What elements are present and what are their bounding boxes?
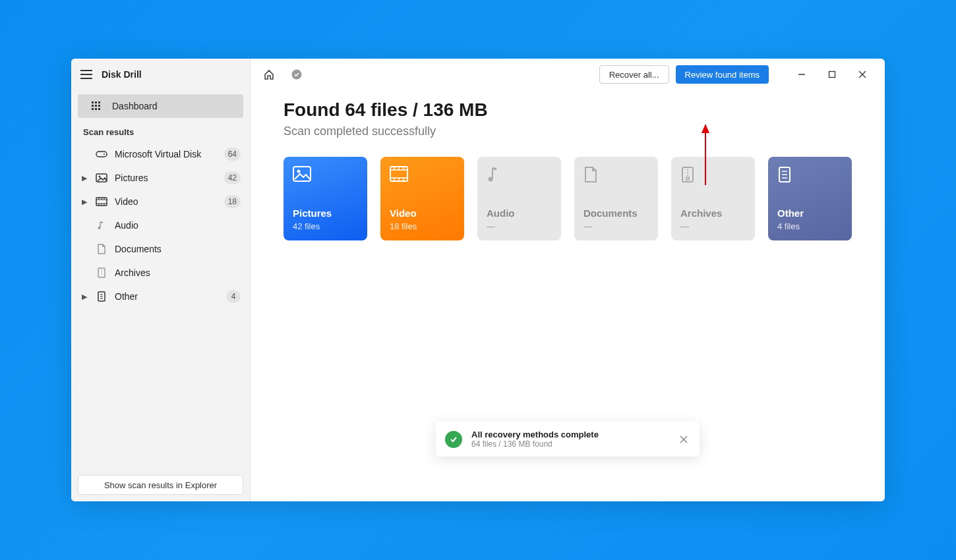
svg-rect-1 (95, 101, 97, 103)
video-icon (390, 166, 408, 182)
tree-label: Video (115, 196, 218, 207)
status-indicator[interactable] (286, 64, 307, 85)
video-icon (95, 197, 108, 206)
svg-marker-54 (702, 124, 709, 133)
sidebar-footer: Show scan results in Explorer (71, 468, 250, 501)
svg-rect-9 (96, 152, 107, 157)
file-icon (777, 166, 796, 182)
annotation-arrow (699, 123, 712, 188)
card-title: Documents (583, 208, 649, 219)
chevron-right-icon: ▶ (80, 198, 88, 206)
tree-label: Archives (115, 267, 241, 278)
svg-rect-7 (95, 108, 97, 110)
svg-point-10 (104, 154, 105, 155)
maximize-button[interactable] (818, 64, 847, 85)
tree-item-pictures[interactable]: ▶ Pictures 42 (71, 166, 250, 190)
tree-item-archives[interactable]: Archives (71, 261, 250, 285)
tree-item-documents[interactable]: Documents (71, 237, 250, 261)
tree-label: Audio (115, 220, 241, 231)
card-title: Audio (487, 208, 552, 219)
card-title: Other (777, 208, 843, 219)
chevron-right-icon: ▶ (80, 293, 88, 301)
hamburger-icon[interactable] (80, 70, 92, 79)
image-icon (293, 166, 311, 182)
tree-item-audio[interactable]: Audio (71, 213, 250, 237)
scan-results-label: Scan results (71, 125, 250, 142)
sidebar: Disk Drill Dashboard Scan results Micros… (71, 59, 251, 501)
home-icon (263, 69, 275, 80)
tree-label: Microsoft Virtual Disk (115, 149, 218, 159)
svg-point-22 (98, 227, 101, 229)
tree-item-disk[interactable]: Microsoft Virtual Disk 64 (71, 142, 250, 166)
card-archives[interactable]: Archives — (671, 157, 755, 240)
category-cards: Pictures 42 files Video 18 files Audio — (284, 157, 852, 240)
svg-rect-0 (92, 101, 94, 103)
sidebar-header: Disk Drill (71, 59, 250, 90)
maximize-icon (828, 70, 836, 78)
recover-all-button[interactable]: Recover all... (599, 65, 669, 84)
card-title: Pictures (293, 208, 358, 219)
card-video[interactable]: Video 18 files (380, 157, 464, 240)
home-button[interactable] (258, 64, 280, 85)
svg-rect-48 (686, 177, 689, 180)
sidebar-item-label: Dashboard (112, 101, 158, 111)
image-icon (95, 173, 108, 182)
music-icon (95, 220, 108, 231)
tree-label: Pictures (115, 173, 218, 183)
card-pictures[interactable]: Pictures 42 files (284, 157, 367, 240)
card-title: Archives (680, 208, 746, 219)
main: Recover all... Review found items Found … (251, 59, 885, 501)
minimize-button[interactable] (787, 64, 816, 85)
close-icon (680, 435, 688, 443)
app-window: Disk Drill Dashboard Scan results Micros… (71, 59, 885, 501)
card-sub: 18 files (390, 221, 455, 231)
sidebar-item-dashboard[interactable]: Dashboard (78, 94, 243, 118)
svg-point-45 (489, 177, 493, 182)
tree-label: Other (115, 291, 220, 302)
svg-rect-5 (98, 105, 100, 107)
card-other[interactable]: Other 4 files (768, 157, 852, 240)
tree-label: Documents (115, 244, 241, 254)
close-icon (858, 70, 866, 78)
chevron-right-icon: ▶ (80, 174, 88, 182)
check-circle-icon (291, 69, 302, 80)
review-found-items-button[interactable]: Review found items (676, 65, 769, 84)
card-sub: 4 files (777, 221, 843, 231)
document-icon (95, 244, 108, 254)
toast-title: All recovery methods complete (471, 430, 668, 439)
card-sub: — (680, 221, 746, 231)
toast-sub: 64 files / 136 MB found (471, 439, 668, 449)
music-icon (487, 166, 505, 182)
svg-rect-4 (95, 105, 97, 107)
archive-icon (680, 166, 699, 182)
close-button[interactable] (848, 64, 877, 85)
tree-item-other[interactable]: ▶ Other 4 (71, 285, 250, 308)
toast-notification: All recovery methods complete 64 files /… (436, 422, 700, 457)
card-documents[interactable]: Documents — (574, 157, 658, 240)
svg-point-35 (297, 170, 301, 173)
disk-icon (95, 150, 108, 159)
main-header: Recover all... Review found items (251, 59, 885, 90)
badge: 42 (224, 171, 241, 184)
page-subtitle: Scan completed successfully (284, 125, 852, 138)
svg-rect-8 (98, 108, 100, 110)
card-sub: — (583, 221, 649, 231)
check-icon (445, 431, 462, 448)
card-audio[interactable]: Audio — (477, 157, 561, 240)
badge: 4 (226, 290, 241, 303)
card-title: Video (390, 208, 455, 219)
app-title: Disk Drill (102, 69, 142, 80)
svg-rect-6 (92, 108, 94, 110)
page-title: Found 64 files / 136 MB (284, 99, 852, 121)
svg-rect-34 (293, 167, 311, 181)
grid-icon (91, 101, 102, 111)
card-sub: 42 files (293, 221, 358, 231)
file-icon (95, 291, 108, 302)
card-sub: — (487, 221, 552, 231)
show-in-explorer-button[interactable]: Show scan results in Explorer (78, 475, 243, 495)
archive-icon (95, 267, 108, 278)
tree-item-video[interactable]: ▶ Video 18 (71, 190, 250, 213)
minimize-icon (798, 70, 806, 78)
toast-close-button[interactable] (677, 433, 690, 446)
badge: 64 (224, 148, 241, 161)
